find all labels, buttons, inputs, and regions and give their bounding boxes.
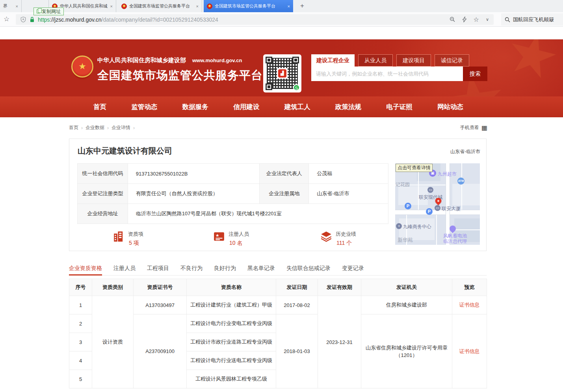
search-tab-credit[interactable]: 诚信记录 bbox=[435, 54, 469, 67]
stat-historical-performance[interactable]: 历史业绩 111 个 bbox=[320, 231, 356, 247]
cell-authority: 山东省住房和城乡建设厅许可专用章 （1201） bbox=[361, 314, 452, 388]
tab-change-records[interactable]: 变更记录 bbox=[342, 262, 364, 276]
close-icon[interactable]: × bbox=[16, 4, 18, 9]
url-scheme: https bbox=[38, 17, 50, 23]
shield-permission-icon[interactable] bbox=[20, 17, 26, 22]
nav-item-policy[interactable]: 政策法规 bbox=[335, 103, 361, 111]
nav-item-workers[interactable]: 建筑工人 bbox=[284, 103, 310, 111]
col-header: 发证日期 bbox=[276, 279, 318, 296]
keyword-search-input[interactable] bbox=[311, 67, 463, 81]
address-value: 临沂市兰山区陶然路107号星河晶都（联安）现代城1号楼2201室 bbox=[128, 204, 388, 224]
close-icon[interactable]: × bbox=[288, 4, 290, 9]
qr-finder bbox=[292, 57, 299, 63]
bookmark-star-icon[interactable]: ☆ bbox=[4, 15, 9, 23]
breadcrumb: 首页 › 企业数据 › 企业详情 › bbox=[69, 124, 135, 131]
search-button[interactable]: 搜索 bbox=[463, 67, 487, 81]
close-icon[interactable]: × bbox=[110, 4, 113, 9]
copy-url-tooltip[interactable]: 复制网址 bbox=[33, 7, 64, 15]
location-map[interactable]: 点击可查看详情 ▣ 九州超市 ATM 记花园 ▭ 联安现代城 P P ▭ 联安大… bbox=[395, 163, 480, 245]
certificate-info-link[interactable]: 证书信息 bbox=[459, 348, 480, 354]
url-toolbar: ☆ ∨ bbox=[450, 16, 489, 23]
address-input[interactable]: https://jzsc.mohurd.gov.cn/data/company/… bbox=[16, 14, 494, 25]
site-favicon-icon bbox=[121, 4, 127, 9]
cell-qual-name: 工程设计建筑行业（建筑工程）甲级 bbox=[187, 296, 276, 314]
stat-qualifications[interactable]: 资质项 5 项 bbox=[113, 231, 143, 247]
tab-title: 界 bbox=[3, 3, 13, 9]
favorite-star-icon[interactable]: ☆ bbox=[474, 16, 479, 23]
breadcrumb-company-data[interactable]: 企业数据 bbox=[85, 124, 104, 131]
tab-registered-personnel[interactable]: 注册人员 bbox=[113, 262, 136, 276]
col-header: 资质名称 bbox=[187, 279, 276, 296]
lightning-icon[interactable] bbox=[462, 17, 467, 22]
tab-blacklist[interactable]: 黑名单记录 bbox=[247, 262, 275, 276]
field-label: 统一社会信用代码 bbox=[78, 164, 128, 184]
reg-area-value: 山东省-临沂市 bbox=[309, 184, 388, 204]
nav-item-supervision[interactable]: 监管动态 bbox=[131, 103, 157, 111]
mobile-view-link[interactable]: 手机查看 ▦ bbox=[460, 124, 487, 131]
building-pin-icon: ▭ bbox=[427, 187, 433, 193]
browser-tab-partial[interactable]: 界 × bbox=[0, 0, 22, 12]
col-header: 资质证书号 bbox=[134, 279, 187, 296]
map-label: 九州超市 bbox=[438, 171, 457, 178]
close-icon[interactable]: × bbox=[196, 4, 199, 9]
col-header: 资质类别 bbox=[92, 279, 134, 296]
map-label: 联安大厦 bbox=[442, 205, 461, 212]
mobile-view-label: 手机查看 bbox=[460, 124, 479, 131]
zoom-out-icon[interactable] bbox=[450, 17, 455, 22]
tab-projects[interactable]: 工程项目 bbox=[147, 262, 169, 276]
chevron-down-icon[interactable]: ∨ bbox=[486, 17, 489, 22]
search-tab-enterprise[interactable]: 建设工程企业 bbox=[311, 54, 355, 67]
company-info-table: 统一社会信用代码 91371302675501022B 企业法定代表人 公茂福 … bbox=[77, 163, 388, 224]
cell-qual-name: 工程设计电力行业变电工程专业丙级 bbox=[187, 314, 276, 333]
tab-good-behavior[interactable]: 良好行为 bbox=[214, 262, 236, 276]
map-block bbox=[452, 184, 480, 205]
browser-tab-active[interactable]: 全国建筑市场监管公共服务平台 × bbox=[204, 0, 293, 12]
table-header-row: 序号 资质类别 资质证书号 资质名称 发证日期 发证有效期 发证机关 预览 bbox=[69, 279, 487, 296]
site-title: 全国建筑市场监管公共服务平台 bbox=[97, 68, 263, 83]
cell-seq: 4 bbox=[69, 351, 92, 370]
header-search-module: 建设工程企业 从业人员 建设项目 诚信记录 搜索 bbox=[311, 54, 487, 81]
cell-qual-name: 工程设计电力行业送电工程专业丙级 bbox=[187, 351, 276, 370]
site-title-group: 中华人民共和国住房和城乡建设部 www.mohurd.gov.cn 全国建筑市场… bbox=[97, 57, 263, 83]
map-tooltip: 点击可查看详情 bbox=[396, 164, 433, 172]
stat-label: 历史业绩 bbox=[336, 231, 356, 238]
search-tab-project[interactable]: 建设项目 bbox=[396, 54, 431, 67]
browser-url-bar: ☆ https://jzsc.mohurd.gov.cn/data/compan… bbox=[0, 12, 563, 27]
search-category-tabs: 建设工程企业 从业人员 建设项目 诚信记录 bbox=[311, 54, 487, 67]
browser-tab-jzsc[interactable]: 全国建筑市场监管公共服务平台 × bbox=[118, 0, 202, 12]
tab-dishonesty-records[interactable]: 失信联合惩戒记录 bbox=[286, 262, 331, 276]
qr-finder bbox=[266, 57, 272, 63]
hot-search-text: 国航回应飞机颠簸 bbox=[513, 16, 554, 23]
nav-item-e-license[interactable]: 电子证照 bbox=[386, 103, 412, 111]
field-label: 企业法定代表人 bbox=[260, 164, 309, 184]
qualification-table: 序号 资质类别 资质证书号 资质名称 发证日期 发证有效期 发证机关 预览 1 … bbox=[69, 279, 487, 388]
nav-item-credit[interactable]: 信用建设 bbox=[233, 103, 259, 111]
tab-qualifications[interactable]: 企业资质资格 bbox=[69, 262, 102, 276]
site-header: ★ 中华人民共和国住房和城乡建设部 www.mohurd.gov.cn 全国建筑… bbox=[0, 39, 563, 96]
wechat-s-icon: S bbox=[293, 84, 300, 91]
nav-item-site-news[interactable]: 网站动态 bbox=[437, 103, 463, 111]
company-card: 山东中元建筑设计有限公司 山东省-临沂市 统一社会信用代码 9137130267… bbox=[69, 139, 487, 251]
nav-item-home[interactable]: 首页 bbox=[93, 103, 106, 111]
stat-value: 5 项 bbox=[128, 240, 143, 247]
nav-item-data-service[interactable]: 数据服务 bbox=[182, 103, 208, 111]
tab-bad-behavior[interactable]: 不良行为 bbox=[180, 262, 203, 276]
breadcrumb-home[interactable]: 首页 bbox=[69, 124, 78, 131]
ministry-name: 中华人民共和国住房和城乡建设部 bbox=[97, 57, 186, 64]
table-row: 企业经营地址 临沂市兰山区陶然路107号星河晶都（联安）现代城1号楼2201室 bbox=[78, 204, 388, 224]
map-label: 记花园 bbox=[396, 181, 410, 188]
stat-value: 111 个 bbox=[336, 240, 356, 247]
search-tab-personnel[interactable]: 从业人员 bbox=[358, 54, 393, 67]
cell-category: 设计资质 bbox=[92, 296, 134, 388]
layers-icon bbox=[320, 231, 332, 242]
url-path: /data/company/detail?id=0021052912405330… bbox=[102, 17, 218, 23]
cell-seq: 3 bbox=[69, 333, 92, 351]
certificate-info-link[interactable]: 证书信息 bbox=[459, 302, 480, 308]
emblem-star-icon: ★ bbox=[78, 61, 86, 72]
copy-icon bbox=[37, 9, 40, 13]
breadcrumb-company-detail[interactable]: 企业详情 bbox=[111, 124, 130, 131]
stat-registered-personnel[interactable]: 注册人员 10 名 bbox=[213, 231, 249, 247]
breadcrumb-separator: › bbox=[133, 125, 135, 131]
hot-search-box[interactable]: 国航回应飞机颠簸 bbox=[501, 13, 563, 26]
new-tab-button[interactable]: + bbox=[297, 2, 307, 11]
